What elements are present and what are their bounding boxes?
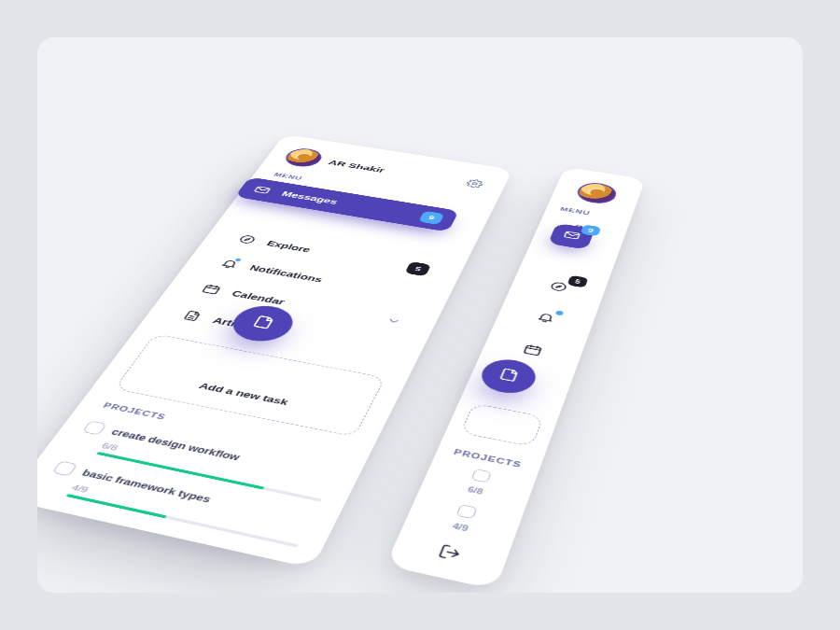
- mail-icon: [250, 183, 274, 195]
- document-add-icon: [495, 366, 524, 385]
- sidebar-item-label: Calendar: [230, 288, 287, 306]
- svg-marker-7: [245, 237, 250, 240]
- svg-rect-16: [524, 345, 540, 356]
- project-checkbox[interactable]: [51, 460, 77, 476]
- document-add-icon: [246, 313, 279, 332]
- document-icon: [178, 308, 205, 323]
- svg-point-0: [472, 182, 477, 185]
- avatar[interactable]: [281, 147, 327, 169]
- sidebar-item-explore[interactable]: 5: [534, 273, 582, 302]
- design-canvas: AR Shakir MENU Dashboard: [37, 37, 803, 593]
- add-task-label: Add a new task: [197, 381, 290, 407]
- notification-dot: [555, 310, 565, 315]
- sidebar-item-notifications[interactable]: [521, 303, 570, 333]
- sidebar-item-label: Explore: [265, 239, 313, 254]
- sidebar-item-label: Notifications: [248, 263, 325, 284]
- project-count: 6/8: [467, 484, 484, 495]
- bell-icon: [534, 310, 557, 326]
- project-checkbox[interactable]: [82, 420, 107, 435]
- project-count: 4/9: [452, 521, 469, 532]
- logout-icon: [435, 542, 464, 566]
- avatar[interactable]: [574, 180, 620, 205]
- calendar-icon: [198, 282, 224, 296]
- compass-icon: [547, 280, 569, 295]
- project-checkbox[interactable]: [456, 504, 478, 519]
- logout-button[interactable]: [407, 536, 493, 571]
- messages-badge: 9: [418, 210, 444, 224]
- sidebar-item-label: Messages: [280, 189, 340, 205]
- add-task-card[interactable]: [460, 402, 544, 446]
- settings-button[interactable]: [460, 176, 488, 191]
- user-name: AR Shakir: [327, 158, 386, 174]
- svg-marker-15: [556, 285, 562, 287]
- notification-dot: [234, 258, 241, 261]
- compass-icon: [235, 232, 260, 245]
- sidebar-item-messages[interactable]: 9: [548, 222, 595, 249]
- calendar-icon: [520, 343, 544, 359]
- explore-badge: 5: [567, 274, 588, 287]
- gear-icon: [464, 178, 485, 190]
- mail-icon: [560, 229, 582, 243]
- explore-badge: 5: [404, 261, 431, 276]
- project-checkbox[interactable]: [471, 469, 492, 483]
- chevron-down-icon: [383, 315, 402, 329]
